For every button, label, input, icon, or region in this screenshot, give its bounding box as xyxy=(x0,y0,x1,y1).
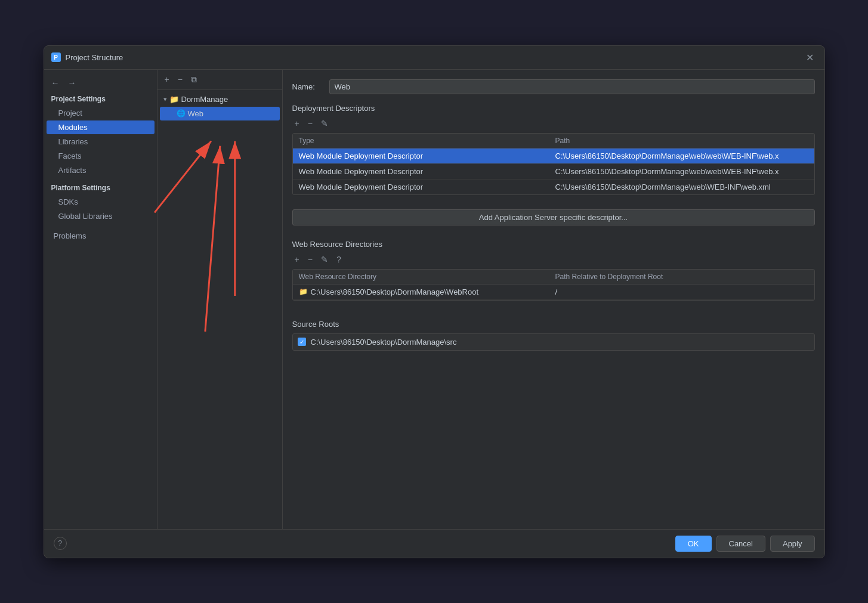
wr-toolbar: + − ✎ ? xyxy=(292,253,815,265)
footer-left: ? xyxy=(54,537,67,550)
dialog-footer: ? OK Cancel Apply xyxy=(44,529,824,558)
folder-icon: 📁 xyxy=(299,287,308,296)
wr-edit-button[interactable]: ✎ xyxy=(319,253,330,265)
wr-table-header: Web Resource Directory Path Relative to … xyxy=(293,270,814,285)
main-content: Name: Deployment Descriptors + − ✎ Type … xyxy=(283,70,824,529)
folder-icon: 📁 xyxy=(169,95,179,104)
wr-dir-cell: 📁 C:\Users\86150\Desktop\DormManage\WebR… xyxy=(293,285,549,299)
source-row[interactable]: ✓ C:\Users\86150\Desktop\DormManage\src xyxy=(292,333,815,351)
deployment-table: Type Path Web Module Deployment Descript… xyxy=(292,133,815,195)
wr-rel-column-header: Path Relative to Deployment Root xyxy=(549,270,814,284)
table-row[interactable]: Web Module Deployment Descriptor C:\User… xyxy=(293,180,814,194)
tree-add-button[interactable]: + xyxy=(162,73,172,85)
deployment-edit-button[interactable]: ✎ xyxy=(319,117,330,129)
deployment-remove-button[interactable]: − xyxy=(305,117,315,129)
project-settings-heading: Project Settings xyxy=(44,91,157,106)
deployment-add-button[interactable]: + xyxy=(292,117,302,129)
sidebar-item-project[interactable]: Project xyxy=(47,106,155,120)
dialog-body: ← → Project Settings Project Modules Lib… xyxy=(44,70,824,529)
deployment-type-cell: Web Module Deployment Descriptor xyxy=(293,149,549,163)
sidebar-item-sdks[interactable]: SDKs xyxy=(47,195,155,209)
deployment-toolbar: + − ✎ xyxy=(292,117,815,129)
sidebar-item-artifacts[interactable]: Artifacts xyxy=(47,163,155,177)
wr-dir-column-header: Web Resource Directory xyxy=(293,270,549,284)
sidebar-item-facets[interactable]: Facets xyxy=(47,149,155,163)
tree-remove-button[interactable]: − xyxy=(175,73,185,85)
close-button[interactable]: ✕ xyxy=(802,51,817,64)
deployment-type-cell: Web Module Deployment Descriptor xyxy=(293,180,549,194)
back-button[interactable]: ← xyxy=(49,77,62,89)
name-row: Name: xyxy=(292,79,815,94)
tree-module-dormmanage[interactable]: ▾ 📁 DormManage xyxy=(160,92,280,106)
titlebar: P Project Structure ✕ xyxy=(44,46,824,70)
tree-copy-button[interactable]: ⧉ xyxy=(189,73,199,86)
sidebar-item-libraries[interactable]: Libraries xyxy=(47,135,155,149)
web-resource-section: Web Resource Directories + − ✎ ? Web Res… xyxy=(292,240,815,310)
wr-table-row[interactable]: 📁 C:\Users\86150\Desktop\DormManage\WebR… xyxy=(293,285,814,300)
source-path: C:\Users\86150\Desktop\DormManage\src xyxy=(311,338,457,347)
deployment-table-header: Type Path xyxy=(293,134,814,149)
sidebar-item-modules[interactable]: Modules xyxy=(47,120,155,134)
wr-help-button[interactable]: ? xyxy=(334,253,344,265)
name-input[interactable] xyxy=(329,79,815,94)
nav-bar: ← → xyxy=(44,75,157,91)
tree-module-label: DormManage xyxy=(181,95,228,104)
tree-content: ▾ 📁 DormManage 🌐 Web xyxy=(157,90,282,529)
sidebar-item-problems[interactable]: Problems xyxy=(47,229,155,243)
ok-button[interactable]: OK xyxy=(675,536,712,552)
title-left: P Project Structure xyxy=(51,52,123,62)
tree-child-label: Web xyxy=(188,109,204,118)
wr-add-button[interactable]: + xyxy=(292,253,302,265)
tree-toolbar: + − ⧉ xyxy=(157,70,282,90)
chevron-down-icon: ▾ xyxy=(163,95,167,103)
deployment-descriptors-title: Deployment Descriptors xyxy=(292,104,815,113)
help-button[interactable]: ? xyxy=(54,537,67,550)
source-roots-title: Source Roots xyxy=(292,320,815,329)
deployment-path-cell: C:\Users\86150\Desktop\DormManage\web\we… xyxy=(549,149,814,163)
type-column-header: Type xyxy=(293,134,549,148)
table-row[interactable]: Web Module Deployment Descriptor C:\User… xyxy=(293,164,814,180)
web-module-icon: 🌐 xyxy=(177,109,186,117)
sidebar: ← → Project Settings Project Modules Lib… xyxy=(44,70,157,529)
deployment-path-cell: C:\Users\86150\Desktop\DormManage\web\we… xyxy=(549,164,814,179)
wr-table: Web Resource Directory Path Relative to … xyxy=(292,269,815,301)
wr-rel-cell: / xyxy=(549,285,814,299)
app-icon: P xyxy=(51,52,61,62)
source-checkbox[interactable]: ✓ xyxy=(298,338,306,346)
path-column-header: Path xyxy=(549,134,814,148)
forward-button[interactable]: → xyxy=(66,77,79,89)
sidebar-item-global-libraries[interactable]: Global Libraries xyxy=(47,209,155,223)
deployment-type-cell: Web Module Deployment Descriptor xyxy=(293,164,549,179)
source-roots-section: Source Roots ✓ C:\Users\86150\Desktop\Do… xyxy=(292,320,815,351)
name-label: Name: xyxy=(292,82,322,91)
tree-panel: + − ⧉ ▾ 📁 DormManage 🌐 Web xyxy=(157,70,283,529)
project-structure-dialog: P Project Structure ✕ ← → Project Settin… xyxy=(44,45,825,558)
deployment-path-cell: C:\Users\86150\Desktop\DormManage\web\WE… xyxy=(549,180,814,194)
wr-remove-button[interactable]: − xyxy=(305,253,315,265)
web-resource-title: Web Resource Directories xyxy=(292,240,815,249)
platform-settings-heading: Platform Settings xyxy=(44,178,157,194)
table-row[interactable]: Web Module Deployment Descriptor C:\User… xyxy=(293,149,814,164)
cancel-button[interactable]: Cancel xyxy=(716,536,765,552)
tree-child-web[interactable]: 🌐 Web xyxy=(160,107,280,120)
apply-button[interactable]: Apply xyxy=(770,536,815,552)
add-server-descriptor-button[interactable]: Add Application Server specific descript… xyxy=(292,209,815,225)
dialog-title: Project Structure xyxy=(66,53,123,62)
footer-right: OK Cancel Apply xyxy=(675,536,815,552)
